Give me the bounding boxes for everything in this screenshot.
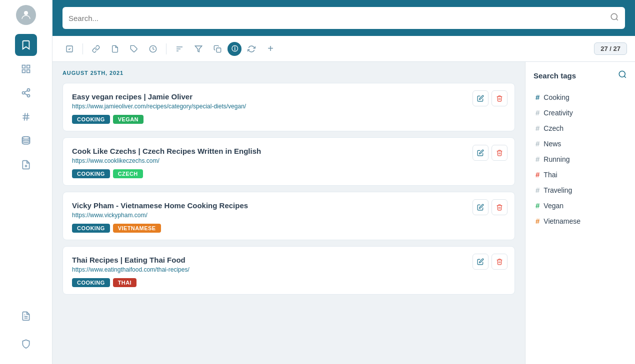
search-icon xyxy=(610,12,619,24)
tag-name-running: Running xyxy=(544,155,570,163)
edit-button-1[interactable] xyxy=(472,90,488,106)
tag-thai-4[interactable]: THAI xyxy=(113,278,136,287)
filter-button[interactable] xyxy=(190,40,208,58)
sidebar-item-stack[interactable] xyxy=(15,130,37,152)
sidebar-item-export[interactable] xyxy=(15,154,37,176)
document-button[interactable] xyxy=(106,40,124,58)
tag-cooking-2[interactable]: COOKING xyxy=(72,169,110,178)
svg-rect-1 xyxy=(22,65,26,68)
search-box xyxy=(62,7,625,29)
tag-name-czech: Czech xyxy=(544,124,564,132)
edit-button-2[interactable] xyxy=(472,145,488,161)
svg-point-14 xyxy=(22,137,30,139)
svg-line-9 xyxy=(24,90,28,92)
tag-item-czech[interactable]: # Czech xyxy=(534,120,627,136)
sort-button[interactable] xyxy=(170,40,188,58)
bookmark-url-4[interactable]: https://www.eatingthaifood.com/thai-reci… xyxy=(72,266,506,273)
sidebar-item-share[interactable] xyxy=(15,82,37,104)
bookmark-card-4: Thai Recipes | Eating Thai Food https://… xyxy=(62,246,515,295)
tag-hash-news: # xyxy=(536,139,540,148)
add-button[interactable]: + xyxy=(262,40,280,58)
svg-point-19 xyxy=(611,13,617,19)
search-input[interactable] xyxy=(68,14,610,22)
tag-hash-traveling: # xyxy=(536,186,540,194)
tag-item-running[interactable]: # Running xyxy=(534,151,627,167)
tag-czech-2[interactable]: CZECH xyxy=(113,169,143,178)
clock-button[interactable] xyxy=(144,40,162,58)
sidebar-bottom xyxy=(15,305,37,364)
tag-item-cooking[interactable]: # Cooking xyxy=(534,89,627,105)
toolbar: ⓘ + 27 / 27 xyxy=(52,36,635,62)
topbar xyxy=(52,0,635,36)
delete-button-1[interactable] xyxy=(492,90,508,106)
bookmark-title-1: Easy vegan recipes | Jamie Oliver xyxy=(72,92,506,101)
svg-point-7 xyxy=(28,94,30,97)
svg-line-20 xyxy=(616,18,618,20)
bookmark-card-3: Vicky Pham - Vietnamese Home Cooking Rec… xyxy=(62,192,515,240)
tag-button[interactable] xyxy=(125,40,143,58)
info-button[interactable]: ⓘ xyxy=(228,42,242,56)
select-all-button[interactable] xyxy=(60,40,78,58)
main-area: ⓘ + 27 / 27 AUGUST 25TH, 2021 Easy vegan… xyxy=(52,0,635,364)
tags-sidebar: Search tags # Cooking # Creativity # Cze… xyxy=(525,62,635,364)
tag-item-vietnamese[interactable]: # Vietnamese xyxy=(534,213,627,229)
tag-hash-thai: # xyxy=(536,170,540,179)
tag-cooking-3[interactable]: COOKING xyxy=(72,224,110,233)
tag-hash-vegan: # xyxy=(536,201,540,210)
tag-name-creativity: Creativity xyxy=(544,109,572,117)
tag-item-vegan[interactable]: # Vegan xyxy=(534,198,627,213)
svg-rect-3 xyxy=(22,70,26,73)
bookmark-tags-2: COOKING CZECH xyxy=(72,169,506,178)
svg-line-8 xyxy=(24,93,28,95)
sidebar-item-tags[interactable] xyxy=(15,106,37,128)
tag-item-news[interactable]: # News xyxy=(534,136,627,151)
sidebar-item-grid[interactable] xyxy=(15,58,37,80)
bookmark-url-3[interactable]: https://www.vickypham.com/ xyxy=(72,212,506,219)
tag-vegan-1[interactable]: VEGAN xyxy=(113,115,144,124)
tag-name-news: News xyxy=(544,140,561,148)
bookmark-tags-1: COOKING VEGAN xyxy=(72,115,506,124)
link-button[interactable] xyxy=(87,40,105,58)
bookmarks-list: AUGUST 25TH, 2021 Easy vegan recipes | J… xyxy=(52,62,525,364)
tag-item-thai[interactable]: # Thai xyxy=(534,167,627,182)
tag-hash-vietnamese: # xyxy=(536,217,540,225)
delete-button-3[interactable] xyxy=(492,199,508,215)
sidebar-item-security[interactable] xyxy=(15,333,37,355)
bookmark-tags-4: COOKING THAI xyxy=(72,278,506,287)
svg-point-0 xyxy=(24,11,28,15)
edit-button-3[interactable] xyxy=(472,199,488,215)
svg-point-6 xyxy=(22,92,25,94)
svg-rect-2 xyxy=(27,65,30,68)
date-header: AUGUST 25TH, 2021 xyxy=(62,70,515,76)
tag-hash-running: # xyxy=(536,155,540,163)
bookmark-tags-3: COOKING VIETNAMESE xyxy=(72,224,506,233)
tag-cooking-4[interactable]: COOKING xyxy=(72,278,110,287)
edit-button-4[interactable] xyxy=(472,254,488,270)
bookmark-title-4: Thai Recipes | Eating Thai Food xyxy=(72,256,506,264)
tag-item-creativity[interactable]: # Creativity xyxy=(534,105,627,120)
tag-cooking-1[interactable]: COOKING xyxy=(72,115,110,124)
tags-sidebar-title: Search tags xyxy=(534,71,614,80)
bookmark-actions-1 xyxy=(472,90,508,106)
bookmark-url-2[interactable]: https://www.cooklikeczechs.com/ xyxy=(72,157,506,164)
refresh-button[interactable] xyxy=(242,40,260,58)
delete-button-4[interactable] xyxy=(492,254,508,270)
sidebar-item-bookmarks[interactable] xyxy=(15,34,37,56)
tag-vietnamese-3[interactable]: VIETNAMESE xyxy=(113,224,161,233)
tags-search-header: Search tags xyxy=(534,70,627,81)
tags-search-icon[interactable] xyxy=(618,70,627,81)
svg-point-29 xyxy=(619,71,625,77)
svg-rect-4 xyxy=(27,70,30,73)
bookmark-title-2: Cook Like Czechs | Czech Recipes Written… xyxy=(72,147,506,155)
bookmark-title-3: Vicky Pham - Vietnamese Home Cooking Rec… xyxy=(72,201,506,210)
bookmark-url-1[interactable]: https://www.jamieoliver.com/recipes/cate… xyxy=(72,103,506,110)
bookmark-actions-2 xyxy=(472,145,508,161)
tag-item-traveling[interactable]: # Traveling xyxy=(534,182,627,198)
copy-button[interactable] xyxy=(208,40,226,58)
svg-rect-28 xyxy=(216,48,221,52)
bookmark-card-2: Cook Like Czechs | Czech Recipes Written… xyxy=(62,137,515,186)
avatar xyxy=(16,5,36,25)
tag-name-cooking: Cooking xyxy=(544,93,569,101)
delete-button-2[interactable] xyxy=(492,145,508,161)
sidebar-item-docs[interactable] xyxy=(15,305,37,327)
